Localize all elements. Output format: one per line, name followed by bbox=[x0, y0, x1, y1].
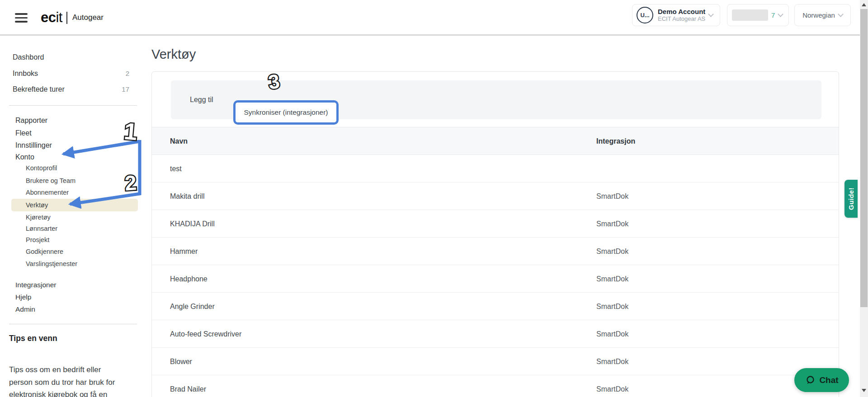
column-header-integrasjon: Integrasjon bbox=[596, 127, 635, 155]
tips-line: elektronisk kjørebok og få en bbox=[9, 388, 138, 397]
language-dropdown[interactable]: Norwegian bbox=[794, 4, 851, 26]
logo-brand-light: it bbox=[56, 9, 62, 26]
notification-count: 7 bbox=[771, 11, 775, 19]
item-count: 2 bbox=[126, 68, 129, 79]
page-title: Verktøy bbox=[151, 47, 196, 62]
sidebar-item-prosjekt[interactable]: Prosjekt bbox=[26, 234, 49, 245]
table-row[interactable]: KHADIJA Drill SmartDok bbox=[152, 210, 839, 238]
logo-brand-bold: ec bbox=[41, 9, 56, 26]
scrollbar-thumb[interactable] bbox=[860, 9, 868, 307]
table-header: Navn Integrasjon bbox=[152, 127, 839, 155]
notifications-dropdown[interactable]: 7 bbox=[727, 4, 789, 26]
tools-card: Legg til Synkroniser (integrasjoner) Nav… bbox=[151, 71, 839, 397]
table-row[interactable]: Auto-feed Screwdriver SmartDok bbox=[152, 320, 839, 348]
annotation-highlight-box: Synkroniser (integrasjoner) bbox=[233, 100, 339, 125]
page-scrollbar[interactable] bbox=[860, 0, 868, 397]
table-row[interactable]: Blower SmartDok bbox=[152, 348, 839, 375]
sidebar-item-admin[interactable]: Admin bbox=[15, 304, 35, 315]
chevron-down-icon bbox=[838, 11, 844, 17]
language-selected: Norwegian bbox=[802, 11, 835, 19]
tips-body: Tips oss om en bedrift eller person som … bbox=[9, 364, 138, 397]
sidebar-item-kjoretoy[interactable]: Kjøretøy bbox=[26, 212, 51, 223]
sidebar-item-hjelp[interactable]: Hjelp bbox=[15, 291, 31, 303]
table-row[interactable]: Brad Nailer SmartDok bbox=[152, 375, 839, 397]
table-row[interactable]: Angle Grinder SmartDok bbox=[152, 293, 839, 320]
sidebar-item-abonnementer[interactable]: Abonnementer bbox=[26, 187, 69, 198]
chat-button[interactable]: Chat bbox=[794, 368, 849, 392]
logo-separator bbox=[66, 12, 67, 24]
logo-product-name: Autogear bbox=[72, 13, 104, 22]
avatar: U... bbox=[637, 7, 653, 23]
table-row[interactable]: Makita drill SmartDok bbox=[152, 182, 839, 210]
guide-tab[interactable]: Guide! bbox=[844, 180, 858, 218]
sidebar-divider bbox=[9, 105, 137, 106]
sidebar-item-konto[interactable]: Konto bbox=[15, 151, 34, 163]
chat-bubble-icon bbox=[805, 375, 816, 386]
sidebar-divider bbox=[9, 324, 137, 324]
sidebar-item-innstillinger[interactable]: Innstillinger bbox=[15, 140, 52, 151]
add-tool-button[interactable]: Legg til bbox=[184, 80, 220, 119]
toolbar: Legg til Synkroniser (integrasjoner) bbox=[171, 80, 821, 119]
account-name: Demo Account bbox=[658, 8, 705, 15]
chevron-down-icon bbox=[708, 11, 714, 17]
account-org: ECIT Autogear AS bbox=[658, 16, 705, 23]
column-header-navn: Navn bbox=[170, 127, 188, 155]
sidebar-item-integrasjoner[interactable]: Integrasjoner bbox=[15, 279, 56, 291]
tips-line: person som du tror har bruk for bbox=[9, 376, 138, 389]
sidebar-item-rapporter[interactable]: Rapporter bbox=[15, 115, 47, 126]
hamburger-menu-icon[interactable] bbox=[15, 13, 28, 23]
account-dropdown[interactable]: U... Demo Account ECIT Autogear AS bbox=[632, 4, 720, 26]
sidebar-item-kontoprofil[interactable]: Kontoprofil bbox=[26, 163, 57, 173]
sidebar: Dashbord Innboks 2 Bekreftede turer 17 R… bbox=[0, 36, 151, 397]
item-count: 17 bbox=[122, 84, 129, 95]
sidebar-item-fleet[interactable]: Fleet bbox=[15, 127, 32, 139]
tips-title: Tips en venn bbox=[9, 334, 57, 343]
sidebar-item-varslingstjenester[interactable]: Varslingstjenester bbox=[26, 258, 77, 269]
sidebar-item-verktoy-active[interactable]: Verktøy bbox=[11, 199, 138, 211]
app-logo[interactable]: ecit Autogear bbox=[41, 0, 104, 35]
sync-integrations-button[interactable]: Synkroniser (integrasjoner) bbox=[236, 103, 336, 122]
tips-line: Tips oss om en bedrift eller bbox=[9, 364, 138, 376]
guide-tab-label: Guide! bbox=[847, 187, 855, 210]
topbar: ecit Autogear U... Demo Account ECIT Aut… bbox=[0, 0, 860, 35]
sidebar-item-godkjennere[interactable]: Godkjennere bbox=[26, 246, 63, 257]
sidebar-item-dashbord[interactable]: Dashbord bbox=[13, 51, 129, 63]
table-row[interactable]: Hammer SmartDok bbox=[152, 238, 839, 265]
scroll-up-icon[interactable] bbox=[862, 3, 866, 6]
table-body: test Makita drill SmartDok KHADIJA Drill… bbox=[152, 155, 839, 397]
table-row[interactable]: Headphone SmartDok bbox=[152, 265, 839, 293]
sidebar-item-brukere-og-team[interactable]: Brukere og Team bbox=[26, 175, 75, 186]
sidebar-item-innboks[interactable]: Innboks 2 bbox=[13, 68, 129, 79]
chevron-down-icon bbox=[778, 11, 783, 17]
table-row[interactable]: test bbox=[152, 155, 839, 182]
chat-button-label: Chat bbox=[819, 375, 838, 385]
redacted-item bbox=[732, 9, 768, 21]
scroll-down-icon[interactable] bbox=[862, 389, 866, 392]
sidebar-item-bekreftede-turer[interactable]: Bekreftede turer 17 bbox=[13, 84, 129, 95]
sidebar-item-lonnsarter[interactable]: Lønnsarter bbox=[26, 223, 57, 234]
